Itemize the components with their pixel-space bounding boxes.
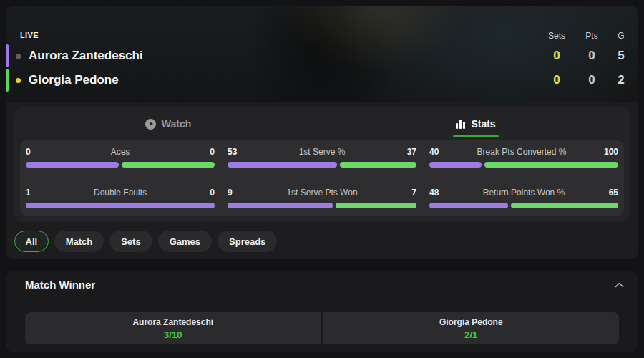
- player1-accent-bar: [6, 44, 9, 67]
- stat-right-value: 0: [205, 188, 215, 198]
- stat-double-faults: 1 Double Faults 0: [26, 188, 215, 207]
- player2-sets-score: 0: [541, 69, 572, 92]
- scoreboard: LIVE Sets Pts G Aurora Zantedeschi 0 0 5…: [6, 6, 638, 102]
- tab-row: Watch Stats: [14, 107, 630, 140]
- chip-sets[interactable]: Sets: [109, 231, 152, 252]
- stat-right-value: 100: [604, 147, 618, 157]
- player1-name: Aurora Zantedeschi: [29, 49, 143, 63]
- chip-spreads[interactable]: Spreads: [218, 231, 277, 252]
- market-title: Match Winner: [25, 279, 95, 291]
- live-badge: LIVE: [20, 31, 39, 39]
- stat-right-value: 0: [205, 147, 215, 157]
- stat-label: Return Points Won %: [439, 188, 608, 198]
- stat-bar-right-segment: [484, 162, 618, 168]
- player-row-1: Aurora Zantedeschi 0 0 5: [6, 44, 638, 67]
- stat-bar: [228, 203, 416, 208]
- stat-bar: [228, 162, 416, 168]
- player2-serve-dot-icon: [16, 78, 21, 83]
- stat-bar-left-segment: [26, 203, 215, 208]
- stat-left-value: 9: [228, 188, 238, 198]
- stat-left-value: 53: [228, 147, 238, 157]
- stat-bar: [26, 162, 215, 168]
- market-selections: Aurora Zantedeschi 3/10 Giorgia Pedone 2…: [6, 299, 638, 344]
- stat-bar-left-segment: [429, 203, 508, 208]
- stat-bar-right-segment: [336, 203, 417, 208]
- stat-right-value: 37: [406, 147, 416, 157]
- tab-watch-label: Watch: [162, 118, 191, 130]
- live-match-screen: LIVE Sets Pts G Aurora Zantedeschi 0 0 5…: [0, 0, 644, 358]
- stat-left-value: 1: [26, 188, 36, 198]
- stat-first-serve-pct: 53 1st Serve % 37: [228, 147, 416, 166]
- player2-accent-bar: [6, 69, 9, 92]
- selection-odds: 2/1: [464, 329, 477, 340]
- stat-right-value: 65: [608, 188, 618, 198]
- stat-first-serve-pts-won: 9 1st Serve Pts Won 7: [228, 188, 416, 207]
- player1-pts-score: 0: [576, 44, 608, 67]
- tab-stats-label: Stats: [471, 118, 495, 130]
- stat-bar-left-segment: [26, 162, 119, 168]
- selection-name: Giorgia Pedone: [439, 317, 503, 327]
- tab-watch[interactable]: Watch: [14, 107, 322, 140]
- stat-bar: [429, 203, 618, 208]
- stat-bar-right-segment: [340, 162, 416, 168]
- stat-return-points-won: 48 Return Points Won % 65: [429, 188, 618, 207]
- column-header-pts: Pts: [576, 31, 608, 41]
- stat-label: Break Pts Converted %: [439, 147, 604, 157]
- player2-games-score: 2: [605, 69, 637, 92]
- market-filter-chips: All Match Sets Games Spreads: [14, 231, 277, 252]
- match-winner-market: Match Winner Aurora Zantedeschi 3/10 Gio…: [6, 271, 638, 352]
- stat-bar-right-segment: [122, 162, 215, 168]
- stat-bar-left-segment: [228, 162, 337, 168]
- stat-label: Aces: [36, 147, 205, 157]
- stat-left-value: 0: [26, 147, 36, 157]
- stat-bar-left-segment: [228, 203, 333, 208]
- stats-panel: Watch Stats 0 Aces 0: [14, 107, 630, 222]
- stats-grid: 0 Aces 0 53 1st Serve % 37: [20, 140, 624, 216]
- selection-odds: 3/10: [164, 329, 182, 340]
- player-row-2: Giorgia Pedone 0 0 2: [6, 69, 638, 92]
- active-tab-underline: [453, 135, 499, 137]
- column-header-games: G: [605, 31, 637, 41]
- stat-right-value: 7: [406, 188, 416, 198]
- odds-button-player2[interactable]: Giorgia Pedone 2/1: [323, 312, 620, 344]
- match-card: LIVE Sets Pts G Aurora Zantedeschi 0 0 5…: [6, 6, 638, 259]
- player2-name: Giorgia Pedone: [29, 73, 119, 87]
- chip-games[interactable]: Games: [158, 231, 212, 252]
- player2-pts-score: 0: [576, 69, 608, 92]
- stat-left-value: 48: [429, 188, 439, 198]
- player1-serve-dot-icon: [16, 54, 21, 59]
- chip-match[interactable]: Match: [54, 231, 104, 252]
- stat-bar: [429, 162, 618, 168]
- play-icon: [145, 119, 156, 130]
- stat-aces: 0 Aces 0: [26, 147, 215, 166]
- market-header[interactable]: Match Winner: [6, 271, 638, 299]
- stat-bar-left-segment: [429, 162, 482, 168]
- chevron-up-icon: [615, 282, 624, 288]
- selection-name: Aurora Zantedeschi: [132, 317, 213, 327]
- stat-label: 1st Serve %: [238, 147, 406, 157]
- stat-break-pts-converted: 40 Break Pts Converted % 100: [429, 147, 618, 166]
- stat-bar: [26, 203, 215, 208]
- player1-sets-score: 0: [541, 44, 572, 67]
- column-header-sets: Sets: [541, 31, 572, 41]
- tab-stats[interactable]: Stats: [322, 107, 630, 140]
- odds-button-player1[interactable]: Aurora Zantedeschi 3/10: [25, 312, 321, 344]
- bar-chart-icon: [456, 120, 465, 129]
- stat-label: 1st Serve Pts Won: [238, 188, 406, 198]
- player1-games-score: 5: [605, 44, 637, 67]
- stat-left-value: 40: [429, 147, 439, 157]
- chip-all[interactable]: All: [14, 231, 49, 252]
- stat-bar-right-segment: [511, 203, 618, 208]
- stat-label: Double Faults: [36, 188, 205, 198]
